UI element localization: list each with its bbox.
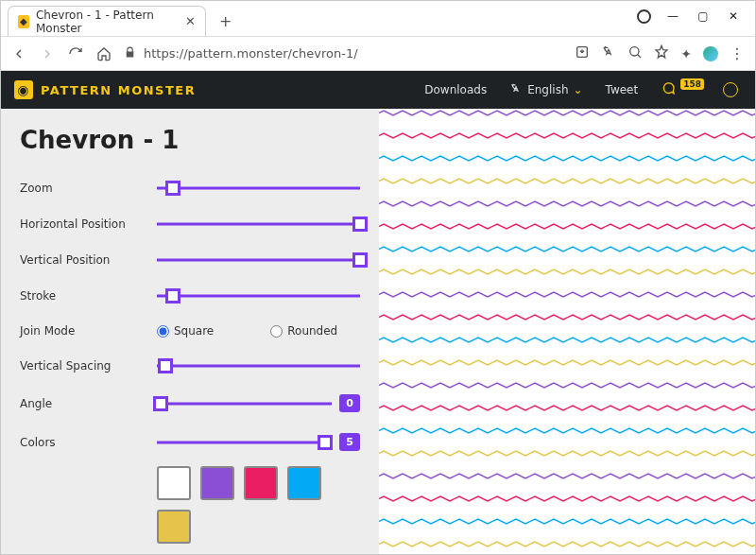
app-header: ◉ PATTERN MONSTER Downloads English ⌄ Tw… [1,71,755,109]
zoom-label: Zoom [20,182,157,195]
window-close-button[interactable]: ✕ [719,5,747,27]
h-position-control: Horizontal Position [20,217,360,232]
notification-badge: 158 [680,78,704,90]
swatch-4[interactable] [287,466,321,500]
v-spacing-control: Vertical Spacing [20,358,360,373]
content: Chevron - 1 Zoom Horizontal Position Ver… [1,109,755,554]
page-title: Chevron - 1 [20,126,360,154]
chevron-down-icon: ⌄ [574,83,583,96]
logo-icon: ◉ [14,80,33,99]
swatch-5[interactable] [157,510,191,544]
window-minimize-button[interactable]: — [659,5,687,27]
swatch-2[interactable] [200,466,234,500]
angle-label: Angle [20,397,157,410]
tab-close-icon[interactable]: ✕ [185,14,196,28]
favicon-icon: ◆ [18,15,29,28]
radio-rounded[interactable] [270,325,283,338]
address-bar: https://pattern.monster/chevron-1/ ✦ ⋮ [1,37,755,71]
svg-rect-3 [379,109,755,554]
lock-icon [124,46,136,61]
forward-button[interactable] [39,45,56,62]
window-controls: — ▢ ✕ [637,5,747,27]
translate-icon [509,82,523,98]
reload-button[interactable] [67,45,84,62]
url-text: https://pattern.monster/chevron-1/ [144,46,358,61]
browser-window: ◆ Chevron - 1 - Pattern Monster ✕ + — ▢ … [0,0,756,555]
toolbar-extensions: ✦ ⋮ [575,44,746,63]
v-spacing-label: Vertical Spacing [20,359,157,373]
controls-panel: Chevron - 1 Zoom Horizontal Position Ver… [1,109,379,554]
swatch-3[interactable] [244,466,278,500]
v-position-slider[interactable] [157,252,360,268]
profile-circle-icon[interactable] [637,9,651,24]
color-swatches [157,466,360,544]
v-position-label: Vertical Position [20,253,157,267]
url-field[interactable]: https://pattern.monster/chevron-1/ [124,46,563,61]
theme-toggle-icon[interactable] [723,82,738,97]
colors-slider[interactable] [157,435,332,450]
title-bar: ◆ Chevron - 1 - Pattern Monster ✕ + — ▢ … [1,1,755,37]
join-mode-rounded[interactable]: Rounded [270,324,337,338]
zoom-control: Zoom [20,181,360,196]
join-mode-square[interactable]: Square [157,324,214,338]
overflow-menu-button[interactable]: ⋮ [730,44,746,62]
stroke-slider[interactable] [157,288,360,304]
browser-tab[interactable]: ◆ Chevron - 1 - Pattern Monster ✕ [8,6,206,36]
notifications-link[interactable]: 158 [661,81,704,99]
colors-control: Colors 5 [20,433,360,451]
back-button[interactable] [10,45,27,62]
angle-value: 0 [339,394,360,412]
angle-slider[interactable] [157,396,332,411]
stroke-label: Stroke [20,289,157,303]
bookmark-icon[interactable] [654,44,669,63]
colors-value: 5 [339,433,360,451]
pattern-svg [379,109,755,554]
window-maximize-button[interactable]: ▢ [689,5,717,27]
new-tab-button[interactable]: + [214,9,237,34]
home-button[interactable] [95,45,112,62]
h-position-label: Horizontal Position [20,217,157,231]
h-position-slider[interactable] [157,217,360,232]
svg-point-1 [630,46,639,55]
extension-badge-icon[interactable] [703,46,718,61]
language-selector[interactable]: English ⌄ [509,82,582,98]
angle-control: Angle 0 [20,394,360,412]
install-icon[interactable] [575,44,590,63]
colors-label: Colors [20,436,157,449]
tab-title: Chevron - 1 - Pattern Monster [36,9,179,35]
pattern-preview [379,109,755,554]
zoom-slider[interactable] [157,181,360,196]
tweet-link[interactable]: Tweet [606,83,639,96]
logo[interactable]: ◉ PATTERN MONSTER [14,80,196,99]
v-spacing-slider[interactable] [157,358,360,373]
radio-square[interactable] [157,325,169,338]
extensions-icon[interactable]: ✦ [680,46,692,61]
join-mode-control: Join Mode Square Rounded [20,324,360,338]
tab-row: ◆ Chevron - 1 - Pattern Monster ✕ + [8,6,237,36]
swatch-1[interactable] [157,466,191,500]
v-position-control: Vertical Position [20,252,360,268]
downloads-link[interactable]: Downloads [424,83,487,96]
join-mode-label: Join Mode [20,324,157,338]
chat-icon [661,81,676,99]
brand-text: PATTERN MONSTER [41,83,196,97]
zoom-icon[interactable] [627,44,643,63]
stroke-control: Stroke [20,288,360,304]
translate-icon[interactable] [601,44,616,63]
